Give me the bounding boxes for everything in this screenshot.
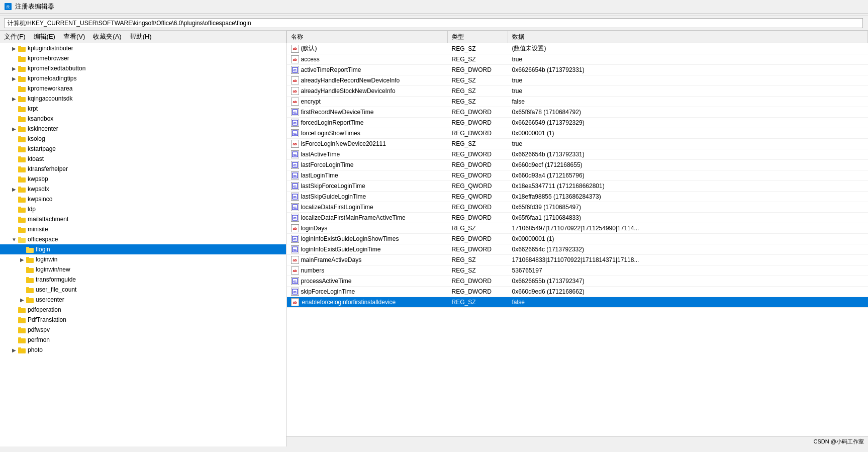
expand-icon[interactable] bbox=[10, 115, 18, 123]
tree-item[interactable]: loginwin/new bbox=[0, 264, 286, 275]
tree-item[interactable]: ▶kplugindistributer bbox=[0, 43, 286, 53]
tree-item[interactable]: perfmon bbox=[0, 335, 286, 345]
menu-file[interactable]: 文件(F) bbox=[0, 31, 30, 43]
table-row[interactable]: abaccessREG_SZtrue bbox=[287, 54, 868, 65]
tree-item[interactable]: ksolog bbox=[0, 134, 286, 144]
table-row[interactable]: 01loginInfoExistGuideLoginTimeREG_DWORD0… bbox=[287, 244, 868, 255]
tree-item[interactable]: pdfoperation bbox=[0, 305, 286, 315]
table-row[interactable]: 01loginInfoExistGuideLoginShowTimesREG_D… bbox=[287, 234, 868, 244]
tree-item[interactable]: pdfwspv bbox=[0, 325, 286, 335]
svg-rect-5 bbox=[18, 56, 21, 57]
table-row[interactable]: 01lastLoginTimeREG_DWORD0x660d93a4 (1712… bbox=[287, 170, 868, 181]
table-row[interactable]: abnumbersREG_SZ536765197 bbox=[287, 265, 868, 276]
registry-table-container[interactable]: 名称 类型 数据 ab(默认)REG_SZ(数值未设置)abaccessREG_… bbox=[286, 31, 868, 436]
table-row[interactable]: 01activeTimeReportTimeREG_DWORD0x6626654… bbox=[287, 65, 868, 75]
table-row[interactable]: abalreadyHandleRecordNewDeviceInfoREG_SZ… bbox=[287, 75, 868, 86]
tree-item[interactable]: kpromeworkarea bbox=[0, 83, 286, 94]
address-bar[interactable] bbox=[4, 18, 863, 28]
menu-help[interactable]: 帮助(H) bbox=[126, 31, 156, 43]
table-row[interactable]: 01lastSkipForceLoginTimeREG_QWORD0x18ea5… bbox=[287, 181, 868, 192]
menu-edit[interactable]: 编辑(E) bbox=[30, 31, 59, 43]
registry-data: 0x660d93a4 (1712165796) bbox=[508, 170, 868, 181]
table-row[interactable]: ab(默认)REG_SZ(数值未设置) bbox=[287, 43, 868, 54]
tree-item[interactable]: ▶kpromeloadingtips bbox=[0, 73, 286, 83]
expand-icon[interactable] bbox=[10, 215, 18, 223]
tree-item[interactable]: ▶kqingaccountsdk bbox=[0, 94, 286, 104]
table-row[interactable]: abisForceLoginNewDevice202111REG_SZtrue bbox=[287, 139, 868, 149]
tree-item[interactable]: ▶kskincenter bbox=[0, 124, 286, 134]
menu-favorites[interactable]: 收藏夹(A) bbox=[89, 31, 125, 43]
tree-item[interactable]: krpt bbox=[0, 104, 286, 114]
expand-icon[interactable] bbox=[10, 155, 18, 163]
expand-icon[interactable] bbox=[10, 306, 18, 314]
table-row[interactable]: 01firstRecordNewDeviceTimeREG_DWORD0x65f… bbox=[287, 107, 868, 118]
table-row[interactable]: 01skipForceLoginTimeREG_DWORD0x660d9ed6 … bbox=[287, 287, 868, 297]
expand-icon[interactable] bbox=[10, 54, 18, 62]
tree-item[interactable]: kwpsbp bbox=[0, 174, 286, 184]
expand-icon[interactable] bbox=[10, 145, 18, 153]
tree-item[interactable]: ▶loginwin bbox=[0, 254, 286, 264]
expand-icon[interactable] bbox=[18, 265, 26, 274]
tree-item[interactable]: ▶usercenter bbox=[0, 295, 286, 305]
table-row[interactable]: 01processActiveTimeREG_DWORD0x6626655b (… bbox=[287, 276, 868, 287]
expand-icon[interactable]: ▶ bbox=[10, 95, 18, 103]
expand-icon[interactable]: ▶ bbox=[10, 64, 18, 72]
tree-panel[interactable]: 文件(F) 编辑(E) 查看(V) 收藏夹(A) 帮助(H) ▶kplugind… bbox=[0, 31, 286, 446]
table-row[interactable]: abencryptREG_SZfalse bbox=[287, 97, 868, 107]
expand-icon[interactable] bbox=[10, 84, 18, 93]
expand-icon[interactable] bbox=[10, 105, 18, 113]
expand-icon[interactable] bbox=[10, 195, 18, 203]
table-row[interactable]: 01forceLoginShowTimesREG_DWORD0x00000001… bbox=[287, 128, 868, 139]
tree-item[interactable]: ▶kwpsdlx bbox=[0, 184, 286, 194]
table-row[interactable]: 01lastActiveTimeREG_DWORD0x6626654b (171… bbox=[287, 149, 868, 160]
svg-text:01: 01 bbox=[293, 196, 297, 199]
expand-icon[interactable]: ▶ bbox=[10, 44, 18, 52]
expand-icon[interactable] bbox=[18, 286, 26, 294]
tree-item[interactable]: ▶photo bbox=[0, 345, 286, 355]
tree-item[interactable]: minisite bbox=[0, 224, 286, 234]
tree-item[interactable]: ▼officespace bbox=[0, 234, 286, 244]
expand-icon[interactable]: ▶ bbox=[18, 255, 26, 263]
expand-icon[interactable]: ▶ bbox=[10, 185, 18, 193]
expand-icon[interactable] bbox=[10, 336, 18, 344]
tree-item[interactable]: kwpsinco bbox=[0, 194, 286, 204]
expand-icon[interactable] bbox=[10, 135, 18, 143]
expand-icon[interactable]: ▶ bbox=[10, 125, 18, 133]
expand-icon[interactable]: ▶ bbox=[10, 346, 18, 354]
menu-view[interactable]: 查看(V) bbox=[59, 31, 89, 43]
tree-item[interactable]: ▶kpromefixedtabbutton bbox=[0, 63, 286, 73]
tree-item[interactable]: ldp bbox=[0, 204, 286, 214]
table-row[interactable]: 01forcedLoginReportTimeREG_DWORD0x662665… bbox=[287, 118, 868, 128]
tree-item[interactable]: user_file_count bbox=[0, 285, 286, 295]
tree-item[interactable]: ksandbox bbox=[0, 114, 286, 124]
table-row[interactable]: 01lastSkipGuideLoginTimeREG_QWORD0x18eff… bbox=[287, 192, 868, 202]
expand-icon[interactable] bbox=[10, 205, 18, 213]
expand-icon[interactable] bbox=[10, 225, 18, 233]
tree-item[interactable]: kstartpage bbox=[0, 144, 286, 154]
reg-icon-dword: 01 bbox=[291, 288, 299, 296]
tree-item[interactable]: ktransferhelper bbox=[0, 164, 286, 174]
table-row[interactable]: abloginDaysREG_SZ1710685497|1711070922|1… bbox=[287, 223, 868, 234]
expand-icon[interactable]: ▼ bbox=[10, 235, 18, 243]
expand-icon[interactable] bbox=[10, 165, 18, 173]
expand-icon[interactable] bbox=[18, 276, 26, 284]
tree-item[interactable]: transformguide bbox=[0, 275, 286, 285]
expand-icon[interactable]: ▶ bbox=[10, 74, 18, 82]
table-row[interactable]: 01localizeDataFirstMainFrameActiveTimeRE… bbox=[287, 213, 868, 223]
tree-item[interactable]: mailattachment bbox=[0, 214, 286, 224]
table-row[interactable]: 01localizeDataFirstLoginTimeREG_DWORD0x6… bbox=[287, 202, 868, 213]
expand-icon[interactable] bbox=[10, 175, 18, 183]
expand-icon[interactable] bbox=[10, 316, 18, 324]
table-row[interactable]: abalreadyHandleStockNewDeviceInfoREG_SZt… bbox=[287, 86, 868, 97]
expand-icon[interactable] bbox=[10, 326, 18, 334]
tree-item[interactable]: flogin bbox=[0, 244, 286, 254]
table-row[interactable]: abmainFrameActiveDaysREG_SZ1710684833|17… bbox=[287, 255, 868, 265]
tree-item[interactable]: kpromebrowser bbox=[0, 53, 286, 63]
tree-item[interactable]: PdfTranslation bbox=[0, 315, 286, 325]
expand-icon[interactable] bbox=[18, 245, 26, 253]
table-row[interactable]: 01lastForceLoginTimeREG_DWORD0x660d9ecf … bbox=[287, 160, 868, 170]
tree-item[interactable]: ktoast bbox=[0, 154, 286, 164]
expand-icon[interactable]: ▶ bbox=[18, 296, 26, 304]
table-row[interactable]: abenableforceloginforfirstinstalldeviceR… bbox=[287, 297, 868, 308]
reg-icon-dword: 01 bbox=[291, 245, 299, 253]
